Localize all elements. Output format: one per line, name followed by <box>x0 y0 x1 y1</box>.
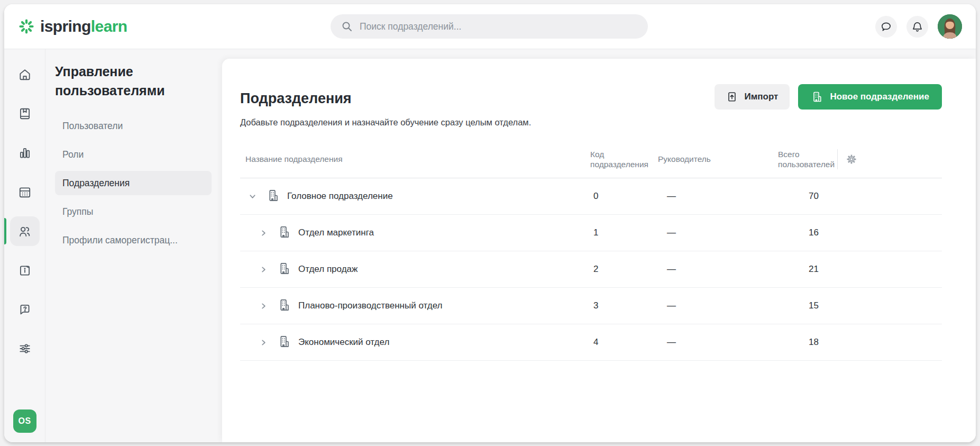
header-buttons: Импорт <box>715 84 942 110</box>
department-manager: — <box>654 264 778 275</box>
department-name: Отдел продаж <box>298 264 358 275</box>
expand-chevron-icon[interactable] <box>257 299 270 313</box>
rail-item-courses[interactable] <box>10 99 40 129</box>
sidebar-item-roles[interactable]: Роли <box>55 142 212 167</box>
header-divider <box>837 149 838 169</box>
sidebar-item-departments[interactable]: Подразделения <box>55 171 212 195</box>
table-row[interactable]: Экономический отдел 4 — 18 <box>240 324 942 361</box>
department-code: 2 <box>590 264 654 275</box>
search-input[interactable] <box>360 21 637 32</box>
rail-item-calendar[interactable] <box>10 177 40 207</box>
rail-item-info[interactable] <box>10 256 40 285</box>
users-icon <box>17 224 32 239</box>
settings-sliders-icon <box>18 342 32 356</box>
column-header-name: Название подразделения <box>240 154 590 164</box>
table-row[interactable]: Отдел маркетинга 1 — 16 <box>240 215 942 251</box>
department-manager: — <box>654 191 778 202</box>
messages-icon <box>880 21 892 33</box>
search-icon <box>341 21 353 32</box>
expand-chevron-icon[interactable] <box>257 335 270 349</box>
new-department-button[interactable]: Новое подразделение <box>798 84 942 110</box>
department-code: 1 <box>590 227 654 238</box>
department-name: Планово-производственный отдел <box>298 301 442 311</box>
column-header-manager: Руководитель <box>654 154 778 164</box>
rail-item-home[interactable] <box>10 60 40 89</box>
help-bubble-icon <box>18 303 32 316</box>
department-name: Отдел маркетинга <box>298 227 374 238</box>
expand-chevron-icon[interactable] <box>257 226 270 240</box>
topbar-actions <box>875 14 962 39</box>
import-upload-icon <box>726 91 738 103</box>
column-settings-icon[interactable] <box>845 153 858 166</box>
sidebar-item-self-registration[interactable]: Профили саморегистрац... <box>55 228 212 252</box>
home-icon <box>18 68 32 81</box>
main-area: Подразделения Добавьте подразделения и н… <box>222 49 976 442</box>
search-bar <box>331 14 648 39</box>
building-icon <box>277 298 291 314</box>
logo[interactable]: ispringlearn <box>18 17 127 35</box>
expand-chevron-icon[interactable] <box>257 262 270 276</box>
rail-item-users[interactable] <box>10 216 40 246</box>
department-total-users: 18 <box>778 337 837 348</box>
column-header-total: Всего пользователей <box>778 149 837 169</box>
departments-table: Название подразделения Код подразделения… <box>240 140 942 361</box>
building-icon <box>277 261 291 278</box>
table-header-row: Название подразделения Код подразделения… <box>240 140 942 178</box>
building-icon <box>266 188 280 205</box>
department-manager: — <box>654 301 778 311</box>
app-window: ispringlearn <box>4 4 976 442</box>
sidebar-item-groups[interactable]: Группы <box>55 199 212 224</box>
sidebar-item-users[interactable]: Пользователи <box>55 114 212 138</box>
calendar-icon <box>18 185 32 199</box>
import-button[interactable]: Импорт <box>715 84 790 110</box>
building-icon <box>277 334 291 351</box>
book-icon <box>18 107 32 121</box>
department-total-users: 70 <box>778 191 837 202</box>
department-manager: — <box>654 227 778 238</box>
notifications-button[interactable] <box>906 16 928 38</box>
column-header-code: Код подразделения <box>590 149 654 169</box>
notifications-icon <box>911 21 923 33</box>
sidebar-title: Управление пользователями <box>55 62 193 100</box>
messages-button[interactable] <box>875 16 897 38</box>
department-building-icon <box>811 90 823 103</box>
info-box-icon <box>18 263 32 277</box>
department-code: 3 <box>590 301 654 311</box>
topbar: ispringlearn <box>4 4 976 49</box>
reports-chart-icon <box>18 146 32 160</box>
department-name: Экономический отдел <box>298 337 389 348</box>
department-manager: — <box>654 337 778 348</box>
rail-item-reports[interactable] <box>10 138 40 168</box>
department-name: Головное подразделение <box>287 191 393 202</box>
logo-text: ispringlearn <box>40 17 127 35</box>
page-subtitle: Добавьте подразделения и назначайте обуч… <box>240 117 531 128</box>
collapse-chevron-icon[interactable] <box>245 189 259 203</box>
user-avatar[interactable] <box>938 14 962 39</box>
table-row[interactable]: Отдел продаж 2 — 21 <box>240 251 942 288</box>
rail-item-settings[interactable] <box>10 334 40 363</box>
department-total-users: 16 <box>778 227 837 238</box>
content-card: Подразделения Добавьте подразделения и н… <box>222 59 976 442</box>
page-title: Подразделения <box>240 90 531 107</box>
rail-item-help[interactable] <box>10 295 40 324</box>
department-code: 0 <box>590 191 654 202</box>
account-os-badge[interactable]: OS <box>13 409 36 433</box>
table-row[interactable]: Головное подразделение 0 — 70 <box>240 178 942 215</box>
department-total-users: 15 <box>778 301 837 311</box>
sidebar-menu: Пользователи Роли Подразделения Группы П… <box>55 114 212 252</box>
sidebar: Управление пользователями Пользователи Р… <box>45 49 222 442</box>
table-row[interactable]: Планово-производственный отдел 3 — 15 <box>240 288 942 324</box>
logo-spinner-icon <box>18 18 35 35</box>
department-total-users: 21 <box>778 264 837 275</box>
icon-rail: OS <box>4 49 45 442</box>
department-code: 4 <box>590 337 654 348</box>
building-icon <box>277 225 291 241</box>
